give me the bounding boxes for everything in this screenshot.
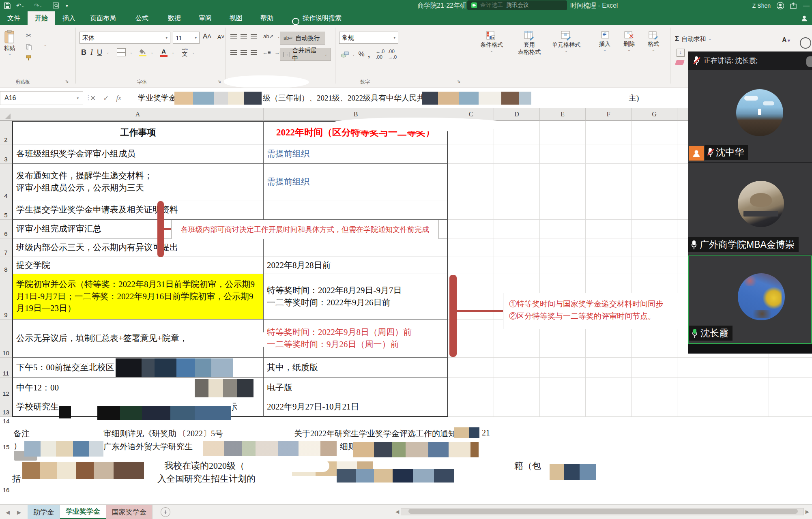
increase-decimal-icon[interactable]: ←.0.00 [376, 49, 385, 60]
cell-b4[interactable]: 需提前组织 [264, 164, 448, 200]
number-dialog-launcher-icon[interactable]: ⇘ [457, 79, 460, 84]
clipboard-dialog-launcher-icon[interactable]: ⇘ [65, 79, 69, 84]
paste-button[interactable]: 粘贴⌄ [4, 30, 15, 56]
phonetic-dropdown-icon[interactable]: ⌄ [192, 50, 195, 54]
delete-cells-button[interactable]: ✕ 删除⌄ [619, 31, 639, 52]
row-number[interactable]: 15 [0, 444, 12, 450]
hscroll-left-icon[interactable]: ◀ [395, 509, 399, 515]
clipboard-dropdown-icon[interactable]: ⌄ [44, 43, 47, 47]
row-number[interactable]: 14 [0, 418, 12, 425]
account-avatar-icon[interactable] [776, 2, 784, 10]
redo-icon[interactable]: ↷⌄ [34, 1, 42, 10]
tab-help[interactable]: 帮助 [253, 11, 281, 25]
row-number[interactable]: 4 [0, 164, 12, 200]
row-number[interactable]: 13 [0, 398, 12, 417]
name-box[interactable]: A16▾ [0, 91, 83, 105]
participant-tile[interactable]: 沈中华 [688, 70, 812, 163]
percent-style-icon[interactable]: % [359, 50, 365, 58]
wrap-text-button[interactable]: ab↵ 自动换行 [280, 32, 325, 45]
sheet-tab-zhuxuejin[interactable]: 助学金 [28, 505, 60, 519]
cell-b5[interactable] [264, 200, 448, 220]
undo-icon[interactable]: ↶⌄ [16, 1, 24, 10]
align-left-icon[interactable] [230, 50, 237, 55]
borders-dropdown-icon[interactable]: ⌄ [130, 50, 133, 54]
format-as-table-button[interactable]: 套用表格格式 [515, 31, 543, 56]
select-all-corner[interactable] [0, 108, 12, 121]
font-color-dropdown-icon[interactable]: ⌄ [172, 50, 175, 54]
row-number[interactable]: 2 [0, 121, 12, 144]
underline-button[interactable]: U [97, 48, 102, 57]
share-person-icon[interactable] [801, 15, 808, 22]
cell-a4[interactable]: 发布通知文件，提醒学生递交材料； 评审小组成员公示，公示期为三天 [12, 164, 264, 200]
enter-icon[interactable]: ✓ [103, 94, 109, 103]
cell-a5[interactable]: 学生提交学业奖学金申请表及相关证明资料 [12, 200, 264, 220]
format-painter-icon[interactable] [26, 55, 32, 61]
column-header-a[interactable]: A [12, 108, 264, 121]
sort-filter-icon[interactable]: A▼ [782, 36, 791, 44]
borders-icon[interactable] [117, 48, 126, 56]
formula-text-2[interactable]: 级（三年制）、2021级、2022级具有中华人民共和国国 [263, 93, 448, 103]
number-format-select[interactable]: 常规▾ [339, 32, 398, 44]
clear-eraser-icon[interactable] [675, 60, 685, 65]
column-header-d[interactable]: D [494, 108, 540, 121]
cell-b12[interactable]: 电子版 [264, 378, 448, 398]
align-top-icon[interactable] [230, 34, 237, 39]
font-size-select[interactable]: 11▾ [173, 32, 200, 44]
fill-down-icon[interactable]: ↓ [677, 49, 685, 57]
align-center-icon[interactable] [241, 50, 247, 55]
fill-color-button[interactable] [139, 49, 146, 56]
accounting-dropdown-icon[interactable]: ⌄ [352, 52, 355, 56]
cell-a8[interactable]: 提交学院 [12, 257, 264, 274]
formula-text-1[interactable]: 学业奖学金 [138, 93, 176, 103]
customize-quick-access-icon[interactable]: ▼ [65, 1, 69, 10]
row-number[interactable]: 10 [0, 320, 12, 358]
align-right-icon[interactable] [251, 50, 257, 55]
orientation-icon[interactable]: ab↗ [263, 33, 273, 39]
decrease-font-icon[interactable]: A˅ [217, 34, 225, 40]
fill-color-dropdown-icon[interactable]: ⌄ [150, 50, 154, 54]
row-number[interactable]: 9 [0, 274, 12, 320]
increase-font-icon[interactable]: A˄ [203, 32, 211, 41]
column-header-g[interactable]: G [632, 108, 677, 121]
save-icon[interactable] [4, 1, 11, 10]
row-number[interactable]: 3 [0, 144, 12, 164]
horizontal-scrollbar-thumb[interactable] [408, 509, 798, 514]
new-sheet-button[interactable]: + [161, 507, 170, 517]
cell-a2[interactable]: 工作事项 [12, 121, 264, 144]
align-middle-icon[interactable] [241, 34, 247, 39]
tab-data[interactable]: 数据 [161, 11, 188, 25]
cell-a7[interactable]: 班级内部公示三天，公示期内有异议可提出 [12, 238, 264, 257]
row-number[interactable]: 8 [0, 257, 12, 274]
row-number[interactable]: 5 [0, 200, 12, 220]
tab-insert[interactable]: 插入 [55, 11, 83, 25]
font-name-select[interactable]: 宋体▾ [79, 32, 170, 44]
cell-styles-button[interactable]: 单元格样式⌄ [546, 31, 586, 53]
font-color-button[interactable]: A [160, 48, 168, 57]
font-dialog-launcher-icon[interactable]: ⇘ [217, 79, 221, 84]
bold-button[interactable]: B [81, 48, 86, 57]
formula-text-3[interactable]: 主) [629, 93, 639, 103]
find-select-icon[interactable] [800, 37, 811, 49]
cell-b8[interactable]: 2022年8月28日前 [264, 257, 448, 274]
tab-file[interactable]: 文件 [0, 11, 28, 25]
comma-style-icon[interactable]: , [368, 50, 370, 59]
cell-b10[interactable]: 特等奖时间：2022年9月8日（周四）前 一二等奖时间：9月26日（周一）前 [264, 320, 448, 358]
format-cells-button[interactable]: 格式⌄ [643, 31, 664, 52]
underline-dropdown-icon[interactable]: ⌄ [106, 50, 110, 54]
cell-b9[interactable]: 特等奖时间：2022年8月29日-9月7日 一二等奖时间：2022年9月26日前 [264, 274, 448, 320]
tell-me-search[interactable]: 操作说明搜索 [302, 11, 349, 25]
panel-collapse-handle[interactable] [806, 56, 812, 67]
sheet-tab-guojia-jiangxuejin[interactable]: 国家奖学金 [106, 505, 153, 519]
cancel-icon[interactable]: ✕ [90, 94, 96, 103]
conditional-formatting-button[interactable]: ≠ 条件格式⌄ [470, 31, 513, 53]
align-bottom-icon[interactable] [251, 34, 257, 39]
copy-icon[interactable] [26, 44, 32, 50]
column-header-e[interactable]: E [540, 108, 586, 121]
row-number[interactable]: 16 [0, 487, 12, 493]
tab-review[interactable]: 审阅 [191, 11, 219, 25]
sheet-tab-xueye-jiangxuejin[interactable]: 学业奖学金 [60, 505, 106, 519]
share-icon[interactable] [790, 2, 797, 9]
italic-button[interactable]: I [90, 48, 93, 57]
cell-a9[interactable]: 学院初审并公示（特等奖：2022年8月31日前学院初审，公示期9月1日-9月7日… [12, 274, 264, 320]
cut-icon[interactable]: ✂ [26, 32, 32, 39]
